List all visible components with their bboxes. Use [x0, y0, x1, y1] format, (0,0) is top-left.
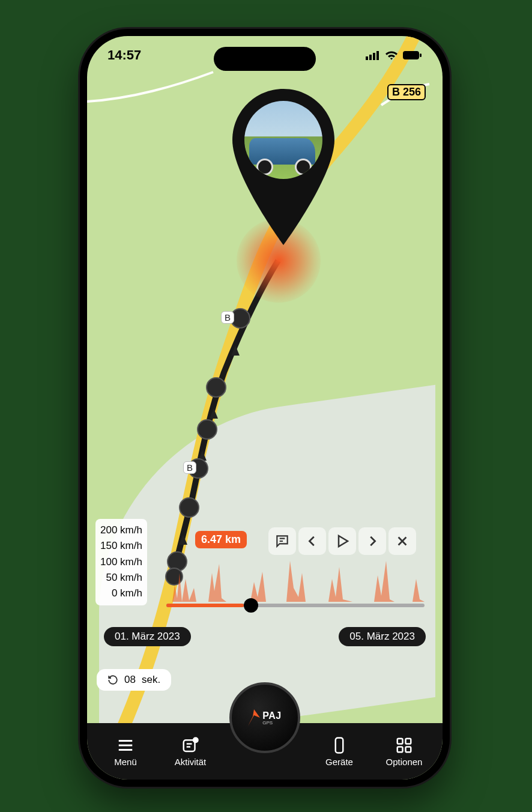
close-icon — [396, 535, 409, 548]
notes-icon — [274, 533, 290, 549]
options-icon — [395, 736, 413, 754]
nav-label: Geräte — [325, 757, 353, 767]
ytick: 50 km/h — [100, 570, 142, 586]
ytick: 150 km/h — [100, 538, 142, 554]
nav-center-button[interactable]: PAJ GPS — [229, 682, 300, 753]
date-end-pill[interactable]: 05. März 2023 — [339, 627, 426, 646]
refresh-value: 08 — [124, 674, 136, 686]
timeline-slider[interactable] — [166, 604, 425, 607]
svg-rect-20 — [397, 738, 403, 744]
nav-label: Optionen — [386, 757, 423, 767]
device-icon — [330, 736, 348, 754]
ytick: 100 km/h — [100, 554, 142, 570]
play-icon — [335, 534, 349, 548]
svg-rect-22 — [397, 747, 403, 752]
nav-devices[interactable]: Geräte — [313, 736, 366, 767]
ytick: 0 km/h — [100, 586, 142, 601]
wifi-icon — [385, 50, 398, 60]
nav-activity[interactable]: Aktivität — [164, 736, 217, 767]
status-right — [366, 50, 422, 60]
logo-icon — [248, 709, 260, 726]
road-sign: B 256 — [387, 84, 426, 100]
speed-axis: 200 km/h 150 km/h 100 km/h 50 km/h 0 km/… — [95, 519, 147, 605]
nav-label: Aktivität — [175, 757, 207, 767]
svg-rect-3 — [376, 51, 379, 60]
clock: 14:57 — [107, 47, 141, 63]
nav-label: Menü — [114, 757, 137, 767]
next-button[interactable] — [358, 527, 386, 555]
svg-rect-2 — [373, 53, 375, 60]
prev-button[interactable] — [298, 527, 326, 555]
track-waypoint-label: B — [183, 461, 196, 474]
tracker-avatar — [244, 101, 322, 179]
speed-sparkline — [172, 555, 425, 602]
refresh-chip[interactable]: 08 sek. — [97, 669, 171, 691]
notch — [214, 47, 316, 71]
svg-rect-5 — [420, 53, 422, 57]
phone-frame: 14:57 B 256 — [80, 29, 450, 787]
svg-point-18 — [193, 738, 198, 742]
track-waypoint-label: B — [221, 311, 234, 324]
logo-sub: GPS — [262, 720, 281, 726]
chevron-left-icon — [306, 535, 319, 548]
svg-rect-21 — [406, 738, 411, 744]
date-start-pill[interactable]: 01. März 2023 — [104, 627, 191, 646]
svg-rect-1 — [369, 55, 372, 60]
svg-rect-23 — [406, 747, 411, 752]
play-button[interactable] — [328, 527, 356, 555]
activity-icon — [181, 736, 199, 754]
screen: 14:57 B 256 — [87, 36, 443, 780]
distance-badge: 6.47 km — [195, 531, 247, 548]
svg-rect-0 — [366, 56, 368, 60]
svg-rect-4 — [403, 51, 419, 59]
map[interactable]: B 256 B B — [87, 36, 443, 780]
close-button[interactable] — [388, 527, 416, 555]
cellular-icon — [366, 50, 380, 60]
menu-icon — [116, 736, 135, 754]
notes-button[interactable] — [268, 527, 296, 555]
nav-options[interactable]: Optionen — [378, 736, 431, 767]
playback-controls — [268, 527, 416, 555]
location-pin[interactable] — [232, 89, 334, 245]
ytick: 200 km/h — [100, 523, 142, 538]
battery-icon — [403, 50, 422, 60]
nav-menu[interactable]: Menü — [99, 736, 152, 767]
refresh-unit: sek. — [142, 674, 160, 686]
chevron-right-icon — [366, 535, 379, 548]
refresh-icon — [107, 674, 118, 685]
svg-rect-19 — [336, 738, 343, 753]
